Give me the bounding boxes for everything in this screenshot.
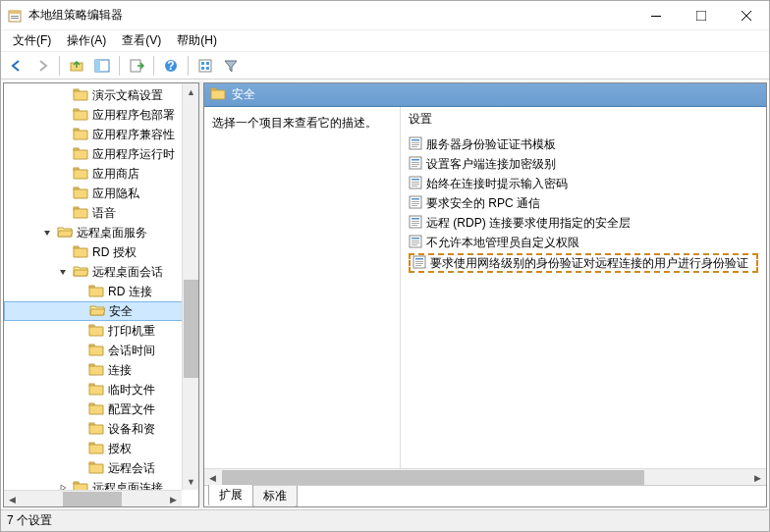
tree-item[interactable]: 连接 xyxy=(4,360,198,380)
details-pane: 安全 选择一个项目来查看它的描述。 设置 服务器身份验证证书模板设置客户端连接加… xyxy=(203,82,767,507)
tree-item[interactable]: 设备和资 xyxy=(4,419,198,439)
tree-item[interactable]: 打印机重 xyxy=(4,321,198,341)
tree-item[interactable]: 语音 xyxy=(4,203,198,223)
folder-icon xyxy=(69,87,92,104)
toolbar-separator xyxy=(153,56,154,76)
tree-item[interactable]: 安全 xyxy=(4,301,198,321)
tree-item[interactable]: 应用程序运行时 xyxy=(4,144,198,164)
tree-item[interactable]: 远程会话 xyxy=(4,458,198,478)
setting-item-label: 设置客户端连接加密级别 xyxy=(426,156,556,173)
setting-item-label: 远程 (RDP) 连接要求使用指定的安全层 xyxy=(426,215,631,232)
tree-item-label: 会话时间 xyxy=(108,343,155,359)
setting-item[interactable]: 始终在连接时提示输入密码 xyxy=(409,174,758,193)
svg-rect-21 xyxy=(74,129,79,131)
menu-help[interactable]: 帮助(H) xyxy=(169,30,225,51)
help-button[interactable]: ? xyxy=(159,54,183,78)
menu-view[interactable]: 查看(V) xyxy=(114,30,169,51)
scroll-thumb[interactable] xyxy=(222,470,644,485)
folder-icon xyxy=(69,205,92,222)
setting-item[interactable]: 设置客户端连接加密级别 xyxy=(409,154,758,174)
tree-item[interactable]: 应用隐私 xyxy=(4,184,198,203)
expander-placeholder xyxy=(73,384,84,396)
menu-file[interactable]: 文件(F) xyxy=(5,30,59,51)
tree-item[interactable]: 演示文稿设置 xyxy=(4,85,198,105)
setting-item[interactable]: 服务器身份验证证书模板 xyxy=(409,134,758,154)
svg-rect-49 xyxy=(412,179,419,181)
tree-item-label: 设备和资 xyxy=(108,421,155,438)
folder-icon xyxy=(69,146,92,163)
tree-item[interactable]: 远程桌面会话 xyxy=(4,262,198,282)
svg-rect-10 xyxy=(95,60,100,72)
scroll-down-arrow-icon[interactable]: ▼ xyxy=(183,473,199,490)
svg-rect-14 xyxy=(199,60,211,72)
close-button[interactable] xyxy=(724,1,769,30)
tab-extended[interactable]: 扩展 xyxy=(208,485,253,506)
menu-action[interactable]: 操作(A) xyxy=(59,30,114,51)
export-list-button[interactable] xyxy=(125,54,148,78)
tree-item[interactable]: 会话时间 xyxy=(4,341,198,360)
tree-item[interactable]: 应用商店 xyxy=(4,164,198,184)
all-settings-button[interactable] xyxy=(193,54,217,78)
scroll-right-arrow-icon[interactable]: ▶ xyxy=(165,491,182,507)
show-hide-tree-button[interactable] xyxy=(90,54,114,78)
details-header: 安全 xyxy=(204,83,766,107)
tab-standard[interactable]: 标准 xyxy=(252,486,298,507)
tree-item[interactable]: 授权 xyxy=(4,439,198,458)
nav-forward-button[interactable] xyxy=(30,54,54,78)
svg-rect-64 xyxy=(412,238,419,239)
tree-pane: 演示文稿设置应用程序包部署应用程序兼容性应用程序运行时应用商店应用隐私语音远程桌… xyxy=(3,82,199,507)
svg-rect-32 xyxy=(89,403,94,405)
svg-rect-34 xyxy=(89,443,94,445)
svg-rect-66 xyxy=(412,242,419,243)
tree-horizontal-scrollbar[interactable]: ◀ ▶ xyxy=(4,490,182,506)
tree-item[interactable]: 应用程序兼容性 xyxy=(4,125,198,144)
setting-item[interactable]: 不允许本地管理员自定义权限 xyxy=(409,233,758,252)
tree-item-label: RD 连接 xyxy=(108,284,152,300)
setting-item-label: 不允许本地管理员自定义权限 xyxy=(426,235,579,251)
expander-placeholder xyxy=(73,403,84,415)
nav-tree[interactable]: 演示文稿设置应用程序包部署应用程序兼容性应用程序运行时应用商店应用隐私语音远程桌… xyxy=(4,83,198,500)
nav-back-button[interactable] xyxy=(5,54,28,78)
toolbar-separator xyxy=(59,56,60,76)
tree-item[interactable]: 应用程序包部署 xyxy=(4,105,198,125)
svg-rect-19 xyxy=(74,89,79,91)
setting-item[interactable]: 远程 (RDP) 连接要求使用指定的安全层 xyxy=(409,213,758,233)
tree-item-label: 远程会话 xyxy=(108,460,155,477)
expander-placeholder xyxy=(57,168,69,180)
setting-item[interactable]: 要求使用网络级别的身份验证对远程连接的用户进行身份验证 xyxy=(409,253,758,273)
tree-item[interactable]: RD 授权 xyxy=(4,242,198,262)
chevron-down-icon[interactable] xyxy=(41,227,53,239)
svg-rect-47 xyxy=(412,166,417,167)
svg-rect-40 xyxy=(412,142,419,143)
tree-item-label: 远程桌面服务 xyxy=(77,225,147,241)
setting-item-label: 始终在连接时提示输入密码 xyxy=(426,176,568,192)
scroll-left-arrow-icon[interactable]: ◀ xyxy=(204,469,221,486)
tree-item[interactable]: 远程桌面服务 xyxy=(4,223,198,242)
scroll-thumb[interactable] xyxy=(184,280,198,378)
up-level-button[interactable] xyxy=(65,54,88,78)
settings-column-header[interactable]: 设置 xyxy=(401,107,766,133)
setting-item-label: 服务器身份验证证书模板 xyxy=(426,136,556,153)
scroll-up-arrow-icon[interactable]: ▲ xyxy=(183,83,199,100)
details-horizontal-scrollbar[interactable]: ◀ ▶ xyxy=(204,468,766,485)
tree-item[interactable]: 临时文件 xyxy=(4,380,198,399)
scroll-left-arrow-icon[interactable]: ◀ xyxy=(4,491,21,507)
svg-rect-2 xyxy=(11,16,19,17)
filter-button[interactable] xyxy=(219,54,243,78)
expander-placeholder xyxy=(73,325,84,337)
folder-icon xyxy=(210,86,226,103)
svg-rect-42 xyxy=(412,146,417,147)
scroll-right-arrow-icon[interactable]: ▶ xyxy=(749,469,766,486)
chevron-down-icon[interactable] xyxy=(57,266,69,278)
expander-placeholder xyxy=(73,462,84,474)
maximize-button[interactable] xyxy=(679,1,724,30)
folder-icon xyxy=(84,460,108,477)
tree-item[interactable]: RD 连接 xyxy=(4,282,198,301)
minimize-button[interactable] xyxy=(633,1,679,30)
expander-placeholder xyxy=(73,286,84,297)
scroll-thumb[interactable] xyxy=(63,492,122,506)
tree-vertical-scrollbar[interactable]: ▲ ▼ xyxy=(182,83,198,490)
tree-item[interactable]: 配置文件 xyxy=(4,399,198,419)
setting-item[interactable]: 要求安全的 RPC 通信 xyxy=(409,193,758,213)
policy-setting-icon xyxy=(409,215,422,232)
